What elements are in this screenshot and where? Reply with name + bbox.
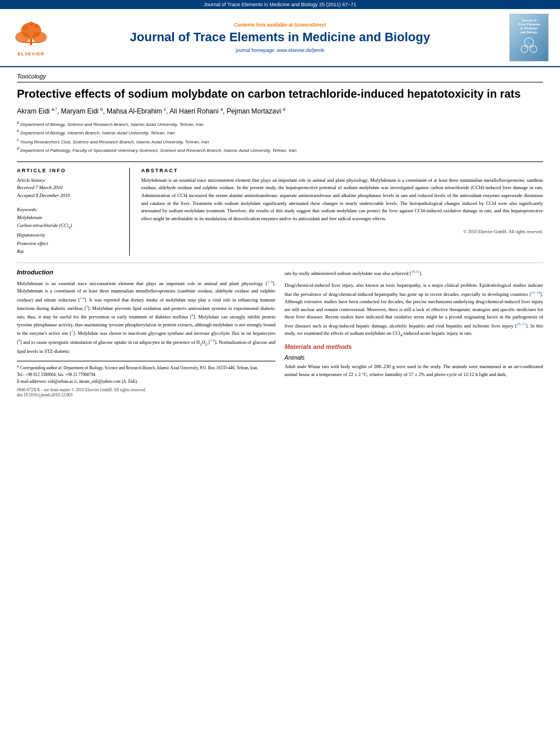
body-section: Introduction Molybdenum is an essential … (17, 263, 543, 398)
affiliation-c: c Young Researchers Club, Science and Re… (17, 137, 543, 146)
svg-rect-4 (23, 42, 40, 43)
introduction-paragraph: Molybdenum is an essential trace micronu… (17, 279, 275, 356)
history-heading: Article history: (17, 177, 121, 185)
keyword-4: Protective effect (17, 239, 121, 247)
article-title: Protective effects of sodium molybdate o… (17, 87, 543, 101)
keywords-section: Keywords: Molybdenum Carbon tetrachlorid… (17, 206, 121, 256)
keywords-heading: Keywords: (17, 206, 121, 213)
tel-fax: Tel.: +98 912 3380064; fax: +98 21 77068… (17, 372, 275, 378)
issn-line: 0946-672X/$ – see front matter © 2010 El… (17, 387, 275, 397)
email-addresses: E-mail addresses: eidi@srbiau.ac.ir, akr… (17, 378, 275, 385)
elsevier-tree-icon (11, 19, 51, 51)
journal-header: ELSEVIER Contents lists available at Sci… (0, 9, 560, 67)
elsevier-label: ELSEVIER (18, 51, 45, 56)
keyword-5: Rat (17, 247, 121, 255)
journal-cover-thumbnail: Journal ofTrace Elementsin Medicineand B… (509, 14, 549, 62)
animals-subheading: Animals (285, 355, 543, 361)
journal-citation: Journal of Trace Elements in Medicine an… (204, 2, 357, 7)
svg-point-5 (23, 25, 28, 30)
article-history: Article history: Received 7 March 2010 A… (17, 177, 121, 200)
corresponding-author-note: * Corresponding author at: Department of… (17, 365, 275, 372)
info-abstract-section: ARTICLE INFO Article history: Received 7… (17, 161, 543, 256)
copyright-line: © 2010 Elsevier GmbH. All rights reserve… (141, 227, 543, 234)
journal-banner: Journal of Trace Elements in Medicine an… (0, 0, 560, 9)
journal-title-area: Contents lists available at ScienceDirec… (51, 22, 509, 53)
footnote-section: * Corresponding author at: Department of… (17, 361, 275, 385)
svg-point-7 (29, 21, 33, 26)
affiliations: a Department of Biology, Science and Res… (17, 120, 543, 155)
keyword-1: Molybdenum (17, 213, 121, 221)
abstract-column: ABSTRACT Molybdenum is an essential trac… (141, 168, 543, 256)
author-mahsa: Mahsa Al-Ebrahim c (107, 107, 166, 115)
keyword-2: Carbon tetrachloride (CCl4) (17, 221, 121, 231)
author-akram: Akram Eidi a,* (17, 107, 57, 115)
article-container: Toxicology Protective effects of sodium … (0, 67, 560, 397)
journal-homepage: journal homepage: www.elsevier.de/jtemb (51, 47, 509, 53)
homepage-url[interactable]: www.elsevier.de/jtemb (277, 47, 324, 53)
abstract-text: Molybdenum is an essential trace micronu… (141, 177, 543, 223)
authors-line: Akram Eidi a,*, Maryam Eidi b, Mahsa Al-… (17, 107, 543, 115)
svg-point-1 (15, 32, 30, 43)
sciencedirect-line: Contents lists available at ScienceDirec… (51, 22, 509, 28)
affiliation-b: b Department of Biology, Varamin Branch,… (17, 128, 543, 137)
intro-continuation: rats by orally administered sodium molyb… (285, 269, 543, 277)
abstract-heading: ABSTRACT (141, 168, 543, 173)
accepted-date: Accepted 8 December 2010 (17, 192, 121, 200)
animals-paragraph: Adult male Wistar rats with body weights… (285, 363, 543, 378)
sciencedirect-brand: ScienceDirect (294, 22, 326, 28)
svg-point-6 (34, 24, 39, 29)
introduction-heading: Introduction (17, 269, 275, 276)
author-ali: Ali Haeri Rohani a (169, 107, 223, 115)
keyword-3: Hepatotoxicity (17, 231, 121, 239)
article-info-column: ARTICLE INFO Article history: Received 7… (17, 168, 130, 256)
affiliation-d: d Department of Pathology, Faculty of Sp… (17, 146, 543, 154)
doi-text: doi:10.1016/j.jtemb.2010.12.003 (17, 392, 275, 397)
body-left-column: Introduction Molybdenum is an essential … (17, 269, 275, 398)
liver-injury-paragraph: Drug/chemical-induced liver injury, also… (285, 282, 543, 339)
affiliation-a: a Department of Biology, Science and Res… (17, 120, 543, 128)
elsevier-logo: ELSEVIER (11, 19, 51, 56)
issn-text: 0946-672X/$ – see front matter © 2010 El… (17, 387, 275, 392)
article-info-heading: ARTICLE INFO (17, 168, 121, 173)
article-category: Toxicology (17, 67, 543, 82)
svg-point-2 (32, 32, 47, 43)
received-date: Received 7 March 2010 (17, 184, 121, 192)
journal-title: Journal of Trace Elements in Medicine an… (51, 30, 509, 45)
author-maryam: Maryam Eidi b (61, 107, 103, 115)
materials-methods-heading: Materials and methods (285, 343, 543, 350)
author-pejman: Pejman Mortazavi d (227, 107, 286, 115)
body-right-column: rats by orally administered sodium molyb… (285, 269, 543, 398)
